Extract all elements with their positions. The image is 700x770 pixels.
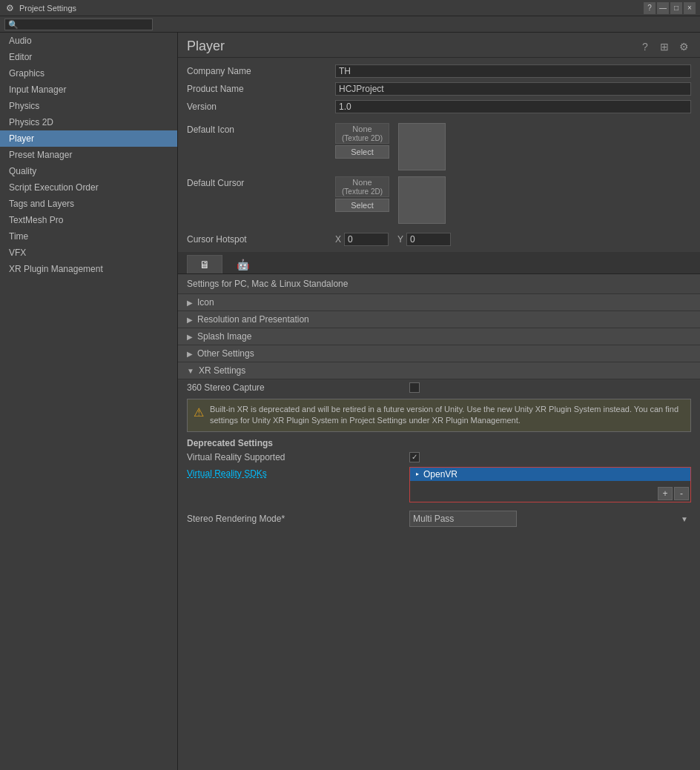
android-icon: 🤖 xyxy=(237,259,249,271)
vr-sdk-label: OpenVR xyxy=(423,469,458,479)
vr-sdks-list-container: ▸ OpenVR + - xyxy=(409,467,691,502)
add-sdk-button[interactable]: + xyxy=(658,487,673,500)
company-name-label: Company Name xyxy=(187,66,335,76)
basic-fields: Company Name Product Name Version xyxy=(178,58,700,123)
warning-box: ⚠ Built-in XR is deprecated and will be … xyxy=(187,399,691,432)
sidebar-item-audio[interactable]: Audio xyxy=(0,33,177,49)
xr-section-arrow: ▼ xyxy=(187,367,194,375)
xr-section-content: 360 Stereo Capture ⚠ Built-in XR is depr… xyxy=(178,379,700,531)
title-bar: ⚙ Project Settings ? — □ × xyxy=(0,0,700,16)
close-button[interactable]: × xyxy=(684,2,696,14)
sidebar-item-tags-and-layers[interactable]: Tags and Layers xyxy=(0,196,177,212)
remove-sdk-button[interactable]: - xyxy=(674,487,689,500)
header-icons: ? ⊞ ⚙ xyxy=(638,39,691,54)
sidebar-item-vfx[interactable]: VFX xyxy=(0,245,177,261)
sidebar-item-script-execution-order[interactable]: Script Execution Order xyxy=(0,179,177,196)
minimize-button[interactable]: — xyxy=(657,2,669,14)
gear-icon-button[interactable]: ⚙ xyxy=(676,39,691,54)
resolution-section-arrow: ▶ xyxy=(187,316,193,324)
cursor-hotspot-x-input[interactable] xyxy=(344,233,389,246)
gear-icon: ⚙ xyxy=(4,3,15,13)
help-icon-button[interactable]: ? xyxy=(638,39,653,54)
section-header-xr[interactable]: ▼ XR Settings xyxy=(178,362,700,379)
default-cursor-label: Default Cursor xyxy=(187,176,335,188)
company-name-input[interactable] xyxy=(335,64,691,78)
vr-sdks-row: Virtual Reality SDKs ▸ OpenVR + - xyxy=(178,465,700,505)
sidebar-item-graphics[interactable]: Graphics xyxy=(0,65,177,82)
default-cursor-none-block: None (Texture 2D) Select xyxy=(335,176,389,212)
splash-section-arrow: ▶ xyxy=(187,333,193,341)
section-header-splash[interactable]: ▶ Splash Image xyxy=(178,328,700,345)
y-axis-label: Y xyxy=(397,234,403,245)
platform-label: Settings for PC, Mac & Linux Standalone xyxy=(178,274,700,294)
sidebar-item-input-manager[interactable]: Input Manager xyxy=(0,82,177,98)
section-header-other[interactable]: ▶ Other Settings xyxy=(178,345,700,362)
vr-supported-checkbox[interactable]: ✓ xyxy=(409,452,420,462)
cursor-hotspot-y: Y xyxy=(397,233,451,246)
window-title: Project Settings xyxy=(19,4,644,13)
stereo-capture-checkbox[interactable] xyxy=(409,382,420,393)
icon-section-arrow: ▶ xyxy=(187,299,193,307)
main-layout: Audio Editor Graphics Input Manager Phys… xyxy=(0,33,700,770)
default-icon-none-label: None (Texture 2D) xyxy=(335,123,389,144)
product-name-row: Product Name xyxy=(187,82,691,96)
sidebar-item-editor[interactable]: Editor xyxy=(0,49,177,65)
deprecated-header: Deprecated Settings xyxy=(178,435,700,450)
default-icon-none-block: None (Texture 2D) Select xyxy=(335,123,389,159)
version-label: Version xyxy=(187,102,335,112)
maximize-button[interactable]: □ xyxy=(670,2,682,14)
default-cursor-preview xyxy=(398,176,446,224)
sidebar-item-xr-plugin-management[interactable]: XR Plugin Management xyxy=(0,261,177,277)
monitor-icon: 🖥 xyxy=(199,259,210,271)
page-title: Player xyxy=(187,39,225,54)
tab-android[interactable]: 🤖 xyxy=(224,255,262,273)
search-bar xyxy=(0,16,700,33)
sidebar-item-physics[interactable]: Physics xyxy=(0,98,177,114)
default-cursor-select-button[interactable]: Select xyxy=(335,199,389,212)
help-button[interactable]: ? xyxy=(644,2,656,14)
sidebar-item-textmesh-pro[interactable]: TextMesh Pro xyxy=(0,212,177,228)
vr-sdks-list: ▸ OpenVR xyxy=(410,468,690,485)
default-cursor-row: Default Cursor None (Texture 2D) Select xyxy=(178,176,700,224)
version-input[interactable] xyxy=(335,100,691,113)
content-area: Player ? ⊞ ⚙ Company Name Product Name V… xyxy=(178,33,700,770)
cursor-hotspot-y-input[interactable] xyxy=(406,233,451,246)
sidebar-item-time[interactable]: Time xyxy=(0,228,177,245)
warning-text: Built-in XR is deprecated and will be re… xyxy=(210,404,684,427)
product-name-label: Product Name xyxy=(187,84,335,94)
warning-icon: ⚠ xyxy=(194,405,204,427)
icon-section-label: Icon xyxy=(197,297,214,308)
search-input[interactable] xyxy=(4,19,153,30)
sidebar-item-preset-manager[interactable]: Preset Manager xyxy=(0,147,177,163)
section-header-resolution[interactable]: ▶ Resolution and Presentation xyxy=(178,311,700,328)
splash-section-label: Splash Image xyxy=(197,331,251,342)
default-icon-preview xyxy=(398,123,446,170)
stereo-mode-wrapper: Multi Pass Single Pass Single Pass Insta… xyxy=(409,511,691,527)
xr-section-label: XR Settings xyxy=(199,365,245,376)
sidebar-item-physics-2d[interactable]: Physics 2D xyxy=(0,114,177,130)
vr-supported-row: Virtual Reality Supported ✓ xyxy=(178,450,700,465)
default-icon-label: Default Icon xyxy=(187,123,335,135)
default-cursor-none-label: None (Texture 2D) xyxy=(335,176,389,197)
default-icon-select-button[interactable]: Select xyxy=(335,145,389,159)
tab-pc-mac-linux[interactable]: 🖥 xyxy=(187,255,222,273)
stereo-mode-label: Stereo Rendering Mode* xyxy=(187,514,409,524)
vr-supported-label: Virtual Reality Supported xyxy=(187,452,409,462)
sidebar-item-quality[interactable]: Quality xyxy=(0,163,177,179)
platform-tabs: 🖥 🤖 xyxy=(178,252,700,274)
stereo-mode-row: Stereo Rendering Mode* Multi Pass Single… xyxy=(178,506,700,531)
product-name-input[interactable] xyxy=(335,82,691,96)
sidebar-item-player[interactable]: Player xyxy=(0,130,177,147)
sidebar: Audio Editor Graphics Input Manager Phys… xyxy=(0,33,178,770)
cursor-hotspot-label: Cursor Hotspot xyxy=(187,234,335,245)
stereo-mode-select[interactable]: Multi Pass Single Pass Single Pass Insta… xyxy=(409,511,517,527)
vr-sdk-item-openvr[interactable]: ▸ OpenVR xyxy=(410,468,690,481)
stereo-capture-row: 360 Stereo Capture xyxy=(178,379,700,396)
section-header-icon[interactable]: ▶ Icon xyxy=(178,294,700,311)
resolution-section-label: Resolution and Presentation xyxy=(197,314,309,325)
company-name-row: Company Name xyxy=(187,64,691,79)
layout-icon-button[interactable]: ⊞ xyxy=(657,39,672,54)
dropdown-arrow-icon: ▼ xyxy=(681,514,688,522)
vr-sdks-controls: + - xyxy=(410,485,690,502)
version-row: Version xyxy=(187,99,691,114)
